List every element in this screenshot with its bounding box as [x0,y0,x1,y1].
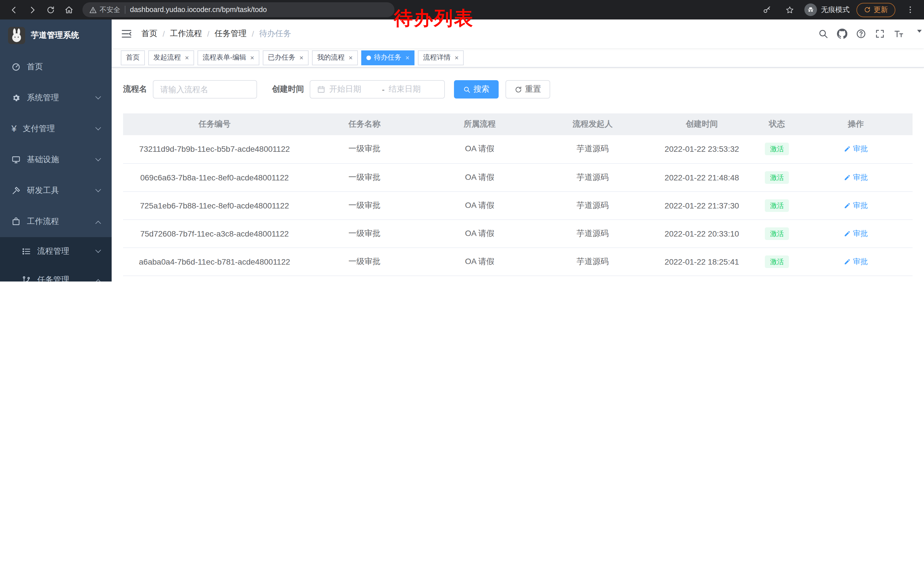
close-icon[interactable]: × [185,54,189,61]
edit-icon [844,258,851,265]
cell-process: OA 请假 [423,191,536,219]
sidebar-item-system[interactable]: 系统管理 [0,83,112,113]
edit-icon [844,146,851,153]
process-name-label: 流程名 [123,84,147,95]
breadcrumb-task-mgmt[interactable]: 任务管理 [214,29,247,39]
approve-button[interactable]: 审批 [844,256,868,267]
table-row: 8f0d1619-7ac8-11ec-a9e2-a2380e71991a 1.2… [123,275,912,281]
close-icon[interactable]: × [250,54,254,61]
chevron-down-icon [95,186,101,192]
close-icon[interactable]: × [405,54,410,61]
tools-icon [12,186,21,195]
help-button[interactable] [856,29,866,39]
sidebar-item-process-mgmt[interactable]: 流程管理 [0,237,112,266]
chevron-down-icon [95,155,101,161]
breadcrumb-separator: / [252,29,254,38]
breadcrumb-current: 待办任务 [259,29,291,39]
update-icon [864,6,871,13]
tab-done-tasks[interactable]: 已办任务 × [263,50,309,65]
font-size-icon [894,29,904,39]
cell-created: 2022-01-22 18:25:41 [649,248,755,275]
github-button[interactable] [837,29,847,39]
dashboard-icon [12,62,21,72]
fullscreen-icon [875,29,885,39]
refresh-button[interactable] [42,2,58,18]
chevron-up-icon [95,221,101,226]
back-button[interactable] [6,2,22,18]
home-button[interactable] [61,2,77,18]
col-task-id: 任务编号 [123,113,306,135]
cell-created: 2022-01-22 21:48:48 [649,163,755,191]
bookmark-button[interactable] [782,2,798,18]
status-badge: 激活 [765,227,789,240]
cell-task-name: 一级审批 [306,135,423,163]
password-key-button[interactable] [759,2,775,18]
app-shell: 芋道管理系统 首页 系统管理 ¥ 支付管理 基础设施 [0,20,924,281]
tab-process-detail[interactable]: 流程详情 × [418,50,464,65]
github-icon [837,29,847,39]
search-icon [463,86,471,93]
tab-home[interactable]: 首页 [121,50,145,65]
process-name-input[interactable] [160,85,250,94]
sidebar: 芋道管理系统 首页 系统管理 ¥ 支付管理 基础设施 [0,20,112,281]
font-size-button[interactable] [894,29,904,39]
home-icon [64,6,73,14]
approve-button[interactable]: 审批 [844,172,868,182]
header-search-button[interactable] [818,29,828,39]
breadcrumb-workflow[interactable]: 工作流程 [170,29,202,39]
page: 待办列表 不安全 dashboard.yudao.iocoder.cn/bpm/… [0,0,924,281]
col-actions: 操作 [799,113,912,135]
hamburger-icon [121,28,132,39]
close-icon[interactable]: × [349,54,352,61]
tab-todo-tasks[interactable]: 待办任务 × [361,50,414,65]
security-warning[interactable]: 不安全 [89,5,120,15]
approve-button[interactable]: 审批 [844,228,868,239]
breadcrumb-home[interactable]: 首页 [141,29,158,39]
end-date-placeholder[interactable]: 结束日期 [389,84,437,95]
update-button[interactable]: 更新 [856,3,896,17]
close-icon[interactable]: × [299,54,303,61]
tab-start-process[interactable]: 发起流程 × [148,50,194,65]
sidebar-toggle-button[interactable] [121,28,132,39]
close-icon[interactable]: × [454,54,459,61]
process-name-field [153,80,257,99]
search-button[interactable]: 搜索 [454,80,499,99]
sidebar-item-payment[interactable]: ¥ 支付管理 [0,113,112,144]
table-body: 73211d9d-7b9b-11ec-b5b7-acde48001122 一级审… [123,135,912,281]
cell-task-name: 一级审批 [306,248,423,275]
chevron-up-icon [95,279,101,281]
chevron-down-icon [95,124,101,130]
col-status: 状态 [755,113,799,135]
col-initiator: 流程发起人 [536,113,649,135]
sidebar-item-infra[interactable]: 基础设施 [0,144,112,175]
navbar-right [818,29,915,39]
reset-button[interactable]: 重置 [506,80,550,99]
tab-process-form-edit[interactable]: 流程表单-编辑 × [198,50,260,65]
sidebar-item-workflow[interactable]: 工作流程 [0,206,112,237]
filter-bar: 流程名 创建时间 开始日期 - 结束日期 [123,80,912,99]
approve-button[interactable]: 审批 [844,144,868,155]
app-logo[interactable]: 芋道管理系统 [0,20,112,51]
address-bar[interactable]: 不安全 dashboard.yudao.iocoder.cn/bpm/task/… [82,2,394,17]
yen-icon: ¥ [12,124,16,134]
top-navbar: 首页 / 工作流程 / 任务管理 / 待办任务 [112,20,924,48]
security-label: 不安全 [100,5,120,15]
incognito-badge[interactable]: 无痕模式 [804,3,850,16]
edit-icon [844,202,851,209]
date-range-picker[interactable]: 开始日期 - 结束日期 [310,80,445,99]
start-date-placeholder[interactable]: 开始日期 [329,84,378,95]
chevron-down-icon [95,93,101,99]
sidebar-item-home[interactable]: 首页 [0,51,112,83]
sidebar-item-devtools[interactable]: 研发工具 [0,175,112,206]
tab-my-process[interactable]: 我的流程 × [312,50,358,65]
table-header: 任务编号 任务名称 所属流程 流程发起人 创建时间 状态 操作 [123,113,912,135]
forward-button[interactable] [24,2,40,18]
breadcrumb-separator: / [163,29,165,38]
cell-process: OA 请假 [423,163,536,191]
fullscreen-button[interactable] [875,29,885,39]
browser-menu-button[interactable] [902,2,918,18]
sidebar-item-task-mgmt[interactable]: 任务管理 [0,266,112,281]
cell-created: 2022-01-22 23:53:32 [649,135,755,163]
approve-button[interactable]: 审批 [844,200,868,210]
gear-icon [12,93,21,102]
